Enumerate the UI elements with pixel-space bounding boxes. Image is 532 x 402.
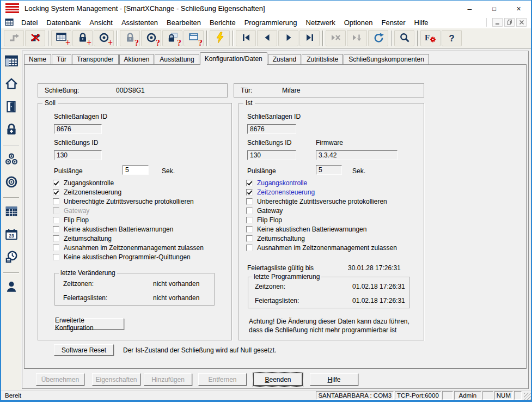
tab-ausstattung[interactable]: Ausstattung bbox=[155, 54, 199, 64]
maximize-icon: □ bbox=[492, 5, 496, 12]
ist-group: Ist Schließanlagen ID 8676 Schließungs I… bbox=[239, 103, 424, 340]
menu-item-datenbank[interactable]: Datenbank bbox=[42, 17, 85, 28]
sidebar-matrix-button[interactable] bbox=[3, 53, 20, 71]
mdi-minimize-button[interactable] bbox=[492, 18, 503, 27]
advanced-configuration-button[interactable]: Erweiterte Konfiguration bbox=[54, 318, 124, 330]
program-button[interactable] bbox=[210, 30, 230, 46]
refresh-button[interactable] bbox=[368, 30, 388, 46]
menu-item-netzwerk[interactable]: Netzwerk bbox=[302, 17, 340, 28]
nav-skip-button bbox=[347, 30, 367, 46]
new-transponder-button[interactable]: + bbox=[94, 30, 114, 46]
clockdoc-icon bbox=[4, 250, 19, 266]
button-beenden[interactable]: Beenden bbox=[254, 373, 302, 386]
resize-grip[interactable] bbox=[524, 393, 531, 400]
menu-item-programmierung[interactable]: Programmierung bbox=[240, 17, 302, 28]
sidebar-lock-button[interactable] bbox=[3, 121, 20, 139]
mdi-restore-button[interactable] bbox=[504, 18, 515, 27]
lightning-icon bbox=[215, 32, 225, 45]
ist-checkbox-zeitumschaltung[interactable]: Zeitumschaltung bbox=[246, 234, 397, 243]
soll-checkbox-unberechtigte-zutrittsversuche-protokollieren[interactable]: Unberechtigte Zutrittsversuche protokoll… bbox=[53, 197, 204, 206]
nav-next-button[interactable] bbox=[278, 30, 298, 46]
read-transponder-button[interactable]: ? bbox=[141, 30, 161, 46]
ist-checkbox-zugangskontrolle[interactable]: Zugangskontrolle bbox=[246, 179, 397, 188]
toolbar-separator bbox=[206, 31, 207, 46]
menu-item-bearbeiten[interactable]: Bearbeiten bbox=[162, 17, 205, 28]
tab-zustand[interactable]: Zustand bbox=[268, 54, 301, 64]
ist-lock-id-label: Schließungs ID bbox=[247, 139, 291, 147]
button-hilfe[interactable]: Hilfe bbox=[310, 373, 358, 386]
soll-pulse-input[interactable] bbox=[123, 165, 149, 175]
ist-checkbox-gateway[interactable]: Gateway bbox=[246, 206, 397, 216]
tab-zutrittsliste[interactable]: Zutrittsliste bbox=[302, 54, 343, 64]
search-icon bbox=[399, 32, 410, 45]
soll-system-id-label: Schließanlagen ID bbox=[54, 113, 107, 120]
read-lock-button[interactable]: ? bbox=[120, 30, 140, 46]
filter-settings-button[interactable]: F bbox=[420, 30, 441, 46]
disconnect-button[interactable] bbox=[25, 30, 45, 46]
soll-checkbox-zugangskontrolle[interactable]: Zugangskontrolle bbox=[53, 179, 204, 188]
matrix-icon bbox=[4, 54, 19, 70]
close-button[interactable]: × bbox=[506, 1, 531, 16]
refresh-icon bbox=[373, 32, 384, 45]
tab-aktionen[interactable]: Aktionen bbox=[119, 54, 155, 64]
ist-checkbox-ausnahmen-im-zeitzonenmanagement-zulassen[interactable]: Ausnahmen im Zeitzonenmanagement zulasse… bbox=[246, 243, 397, 252]
new-locking-system-button[interactable]: + bbox=[51, 30, 71, 46]
checkbox-label: Keine akustischen Batteriewarnungen bbox=[64, 226, 173, 233]
menu-item-hilfe[interactable]: Hilfe bbox=[410, 17, 433, 28]
minimize-icon: – bbox=[468, 4, 472, 13]
soll-checkbox-keine-akustischen-batteriewarnungen[interactable]: Keine akustischen Batteriewarnungen bbox=[53, 224, 204, 234]
tab-schliessungskomponenten[interactable]: Schließungskomponenten bbox=[344, 54, 429, 64]
tab-transponder[interactable]: Transponder bbox=[72, 54, 119, 64]
mdi-close-button[interactable] bbox=[516, 18, 527, 27]
menu-item-datei[interactable]: Datei bbox=[17, 17, 42, 28]
ist-checkbox-keine-akustischen-batteriewarnungen[interactable]: Keine akustischen Batteriewarnungen bbox=[246, 224, 397, 234]
search-button[interactable] bbox=[394, 30, 414, 46]
status-device-port: SANTABARBARA : COM3 bbox=[316, 391, 394, 400]
nav-last-button[interactable] bbox=[299, 30, 320, 46]
tab-konfiguration-daten[interactable]: Konfiguration/Daten bbox=[200, 52, 267, 65]
nav-first-button[interactable] bbox=[236, 30, 256, 46]
maximize-button[interactable]: □ bbox=[482, 1, 506, 16]
soll-checkbox-flip-flop[interactable]: Flip Flop bbox=[53, 216, 204, 225]
plus-overlay-icon: + bbox=[65, 39, 70, 47]
tab-tur[interactable]: Tür bbox=[52, 54, 71, 64]
minimize-button[interactable]: – bbox=[457, 1, 482, 16]
sidebar-door-button[interactable] bbox=[3, 99, 20, 117]
software-reset-button[interactable]: Software Reset bbox=[54, 344, 114, 356]
read-window-button[interactable]: ? bbox=[184, 30, 204, 46]
menu-item-fenster[interactable]: Fenster bbox=[377, 17, 409, 28]
dialog-footer: ÜbernehmenEigenschaftenHinzufügenEntfern… bbox=[24, 369, 527, 387]
sidebar-home-button[interactable] bbox=[3, 76, 20, 94]
nav-prev-button[interactable] bbox=[257, 30, 277, 46]
ist-checkbox-zeitzonensteuerung[interactable]: Zeitzonensteuerung bbox=[246, 188, 397, 197]
last-programming-title: letzte Programmierung bbox=[252, 273, 321, 281]
soll-checkbox-zeitumschaltung[interactable]: Zeitumschaltung bbox=[53, 234, 204, 243]
lock-label: Schließung: bbox=[45, 87, 79, 94]
soll-checkbox-ausnahmen-im-zeitzonenmanagement-zulassen[interactable]: Ausnahmen im Zeitzonenmanagement zulasse… bbox=[53, 243, 204, 252]
menu-item-assistenten[interactable]: Assistenten bbox=[117, 17, 162, 28]
tab-name[interactable]: Name bbox=[24, 54, 51, 64]
ist-checkbox-flip-flop[interactable]: Flip Flop bbox=[246, 216, 397, 225]
ist-firmware-label: Firmware bbox=[316, 139, 343, 147]
sidebar-user-button[interactable] bbox=[3, 278, 20, 296]
menu-item-optionen[interactable]: Optionen bbox=[340, 17, 377, 28]
toolbar-separator bbox=[117, 31, 117, 46]
read-lock-2-button[interactable]: ? bbox=[162, 30, 182, 46]
sidebar-time-log-button[interactable] bbox=[3, 249, 20, 267]
checkbox-label: Gateway bbox=[64, 207, 89, 215]
help-button[interactable]: ? bbox=[442, 30, 462, 46]
soll-checkbox-zeitzonensteuerung[interactable]: Zeitzonensteuerung bbox=[53, 188, 204, 197]
ist-checkbox-unberechtigte-zutrittsversuche-protokollieren[interactable]: Unberechtigte Zutrittsversuche protokoll… bbox=[246, 197, 397, 206]
sidebar-transponder-button[interactable] bbox=[3, 174, 20, 192]
ist-group-title: Ist bbox=[243, 99, 255, 107]
properties-dialog: NameTürTransponderAktionenAusstattungKon… bbox=[22, 51, 529, 389]
soll-checkbox-keine-akustischen-programmier-quittungen[interactable]: Keine akustischen Programmier-Quittungen bbox=[53, 252, 204, 261]
sidebar-schedule-button[interactable] bbox=[3, 203, 20, 221]
status-user: Admin bbox=[454, 391, 481, 400]
sidebar-transponder-group-button[interactable] bbox=[3, 151, 20, 169]
checkbox-box bbox=[53, 226, 59, 233]
sidebar-calendar-button[interactable]: 23 bbox=[3, 226, 20, 244]
new-lock-button[interactable]: + bbox=[72, 30, 93, 46]
menu-item-ansicht[interactable]: Ansicht bbox=[85, 17, 117, 28]
menu-item-berichte[interactable]: Berichte bbox=[205, 17, 240, 28]
